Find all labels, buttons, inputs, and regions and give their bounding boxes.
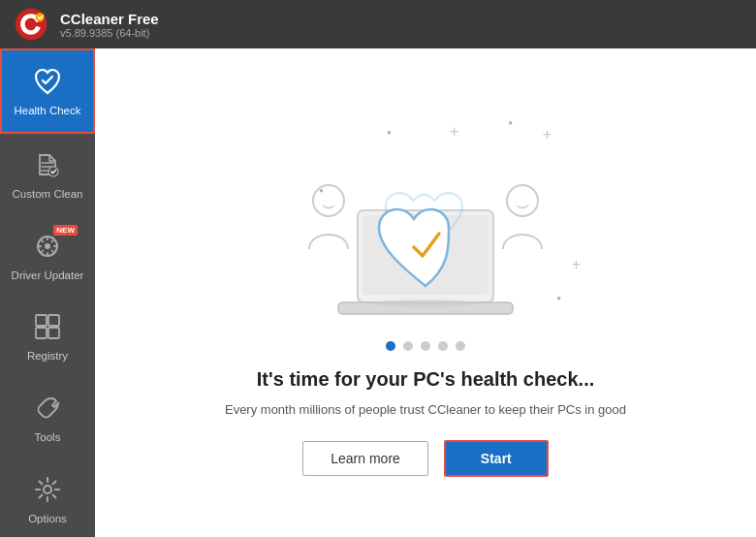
svg-point-2: [48, 167, 58, 176]
options-label: Options: [28, 513, 67, 526]
svg-point-0: [16, 9, 47, 40]
dot-4[interactable]: [438, 341, 448, 351]
main-layout: Health Check Custom Clean NEW: [0, 48, 756, 537]
dot-1[interactable]: [386, 341, 395, 351]
health-check-label: Health Check: [14, 105, 80, 118]
options-icon: [30, 472, 65, 507]
svg-rect-6: [48, 315, 59, 326]
dot-2[interactable]: [403, 341, 413, 351]
svg-rect-8: [48, 328, 59, 338]
custom-clean-icon: [30, 147, 65, 182]
content-subtext: Every month millions of people trust CCl…: [225, 400, 626, 420]
pagination: [386, 341, 465, 351]
custom-clean-label: Custom Clean: [13, 188, 83, 202]
health-illustration: [270, 113, 581, 327]
health-check-icon: [30, 64, 65, 99]
svg-rect-7: [36, 328, 47, 338]
sidebar-item-tools[interactable]: Tools: [0, 377, 95, 458]
sidebar-item-driver-updater[interactable]: NEW Driver Updater: [0, 215, 95, 297]
registry-label: Registry: [27, 350, 68, 363]
new-badge: NEW: [53, 225, 78, 236]
app-logo: [14, 7, 48, 42]
svg-point-9: [44, 486, 51, 493]
learn-more-button[interactable]: Learn more: [302, 441, 428, 476]
svg-rect-5: [36, 315, 47, 326]
illustration: ● + ● + ● ● +: [261, 109, 590, 332]
app-title-group: CCleaner Free v5.89.9385 (64-bit): [60, 11, 159, 39]
app-title: CCleaner Free: [60, 11, 159, 27]
svg-point-4: [45, 243, 50, 249]
sidebar-item-health-check[interactable]: Health Check: [0, 48, 95, 134]
sidebar-item-custom-clean[interactable]: Custom Clean: [0, 134, 95, 215]
content-area: ● + ● + ● ● +: [95, 48, 756, 537]
sidebar-item-options[interactable]: Options: [0, 458, 95, 537]
sidebar-item-registry[interactable]: Registry: [0, 296, 95, 377]
titlebar: CCleaner Free v5.89.9385 (64-bit): [0, 0, 756, 48]
svg-point-10: [313, 185, 344, 216]
app-version: v5.89.9385 (64-bit): [60, 27, 159, 39]
dot-5[interactable]: [456, 341, 465, 351]
start-button[interactable]: Start: [444, 440, 549, 477]
tools-icon: [30, 391, 65, 426]
svg-point-1: [36, 13, 45, 21]
dot-3[interactable]: [421, 341, 430, 351]
sidebar: Health Check Custom Clean NEW: [0, 48, 95, 537]
content-headline: It's time for your PC's health check...: [257, 368, 595, 391]
action-buttons: Learn more Start: [302, 440, 549, 477]
driver-updater-label: Driver Updater: [12, 269, 84, 283]
svg-point-15: [372, 300, 479, 307]
registry-icon: [30, 309, 65, 344]
tools-label: Tools: [35, 431, 61, 445]
svg-point-11: [507, 185, 538, 216]
